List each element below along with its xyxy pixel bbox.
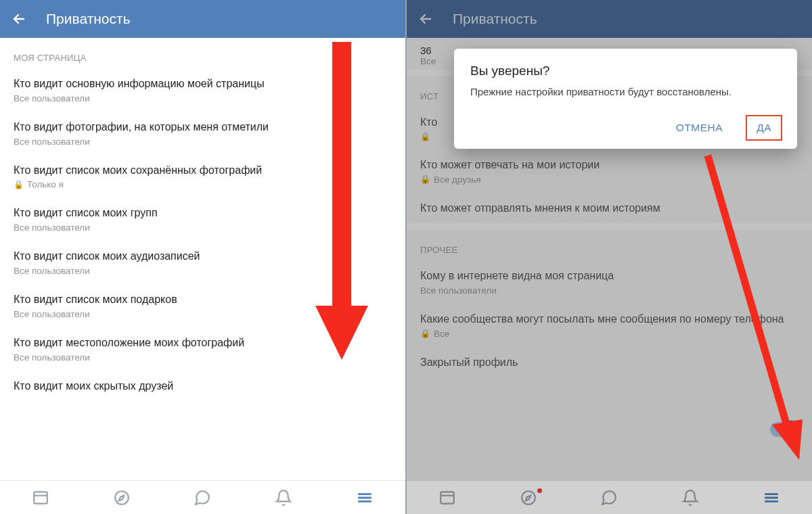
nav-menu[interactable] bbox=[324, 481, 405, 514]
ok-button[interactable]: ДА bbox=[747, 116, 781, 139]
privacy-item[interactable]: Кто видит моих скрытых друзей bbox=[0, 371, 405, 402]
back-arrow-icon[interactable] bbox=[418, 11, 434, 27]
privacy-item[interactable]: Кому в интернете видна моя страница Все … bbox=[407, 260, 812, 304]
svg-point-9 bbox=[522, 491, 535, 505]
privacy-item[interactable]: Кто видит список моих подарков Все польз… bbox=[0, 284, 405, 327]
dialog-message: Прежние настройки приватности будут восс… bbox=[470, 85, 781, 99]
cancel-button[interactable]: ОТМЕНА bbox=[667, 116, 732, 139]
header: Приватность bbox=[407, 0, 812, 38]
notification-dot-icon bbox=[537, 488, 542, 493]
svg-point-2 bbox=[115, 491, 129, 505]
bottom-nav bbox=[407, 480, 812, 514]
settings-list: МОЯ СТРАНИЦА Кто видит основную информац… bbox=[0, 38, 405, 480]
svg-rect-0 bbox=[34, 492, 47, 503]
nav-messages[interactable] bbox=[569, 481, 650, 514]
privacy-item[interactable]: Кто может отвечать на мои истории 🔒Все д… bbox=[407, 149, 812, 193]
nav-menu[interactable] bbox=[731, 481, 812, 514]
dialog-title: Вы уверены? bbox=[470, 64, 781, 78]
nav-news[interactable] bbox=[407, 481, 488, 514]
privacy-item[interactable]: Какие сообщества могут посылать мне сооб… bbox=[407, 304, 812, 347]
toggle-knob bbox=[782, 421, 800, 438]
confirm-dialog: Вы уверены? Прежние настройки приватност… bbox=[454, 49, 797, 149]
page-title: Приватность bbox=[46, 11, 131, 27]
page-title: Приватность bbox=[453, 11, 537, 27]
privacy-item[interactable]: Кто может отправлять мнения к моим истор… bbox=[407, 193, 812, 224]
privacy-item[interactable]: Кто видит список моих групп Все пользова… bbox=[0, 197, 405, 241]
lock-icon: 🔒 bbox=[14, 180, 24, 189]
header: Приватность bbox=[0, 0, 405, 38]
nav-notifications[interactable] bbox=[650, 481, 731, 514]
privacy-item[interactable]: Кто видит местоположение моих фотографий… bbox=[0, 327, 405, 371]
svg-rect-7 bbox=[441, 492, 454, 503]
nav-discover[interactable] bbox=[488, 481, 569, 514]
nav-news[interactable] bbox=[0, 481, 81, 514]
privacy-item[interactable]: Кто видит фотографии, на которых меня от… bbox=[0, 112, 405, 155]
nav-discover[interactable] bbox=[81, 481, 162, 514]
right-screenshot: Приватность 36 Все ИСТ Кто 🔒 Кто может о… bbox=[407, 0, 812, 514]
back-arrow-icon[interactable] bbox=[11, 11, 27, 27]
section-other: ПРОЧЕЕ bbox=[407, 230, 812, 260]
privacy-item[interactable]: Кто видит основную информацию моей стран… bbox=[0, 68, 405, 112]
lock-icon: 🔒 bbox=[420, 329, 430, 338]
nav-notifications[interactable] bbox=[243, 481, 324, 514]
nav-messages[interactable] bbox=[162, 481, 244, 514]
left-screenshot: Приватность МОЯ СТРАНИЦА Кто видит основ… bbox=[0, 0, 405, 514]
closed-profile-row[interactable]: Закрытый профиль bbox=[407, 347, 812, 378]
section-my-page: МОЯ СТРАНИЦА bbox=[0, 38, 405, 68]
lock-icon: 🔒 bbox=[420, 132, 430, 141]
lock-icon: 🔒 bbox=[420, 174, 430, 184]
closed-profile-toggle[interactable] bbox=[770, 422, 798, 437]
privacy-item[interactable]: Кто видит список моих сохранённых фотогр… bbox=[0, 155, 405, 198]
privacy-item[interactable]: Кто видит список моих аудиозаписей Все п… bbox=[0, 241, 405, 284]
bottom-nav bbox=[0, 480, 405, 514]
